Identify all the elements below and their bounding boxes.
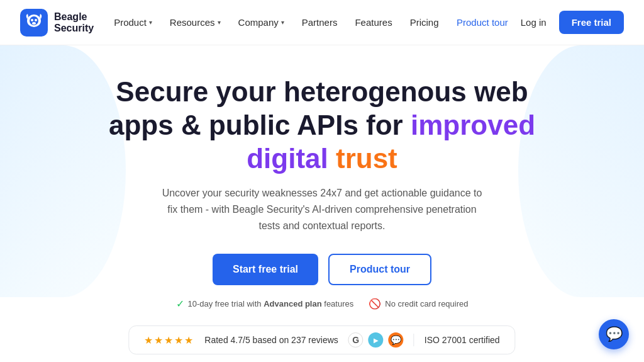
- nav-resources[interactable]: Resources ▾: [170, 17, 221, 28]
- svg-point-4: [35, 19, 37, 21]
- nav-partners-label: Partners: [302, 17, 338, 28]
- cta-buttons: Start free trial Product tour: [213, 254, 431, 285]
- nav-features[interactable]: Features: [355, 17, 392, 28]
- nav-links: Product ▾ Resources ▾ Company ▾ Partners…: [114, 17, 457, 28]
- google-icon: G: [348, 332, 364, 348]
- nav-resources-label: Resources: [170, 17, 215, 28]
- hero-subtitle: Uncover your security weaknesses 24x7 an…: [158, 185, 486, 234]
- trial-info: ✓ 10-day free trial with Advanced plan f…: [176, 298, 469, 310]
- nav-login-link[interactable]: Log in: [521, 17, 547, 28]
- no-cc-info: 🚫 No credit card required: [369, 298, 468, 310]
- nav-company[interactable]: Company ▾: [238, 17, 284, 28]
- nav-product-tour-link[interactable]: Product tour: [457, 17, 508, 28]
- bottom-bar: ★★★★★ Rated 4.7/5 based on 237 reviews G…: [128, 325, 515, 354]
- logo-link[interactable]: Beagle Security: [20, 9, 94, 37]
- rating-text: Rated 4.7/5 based on 237 reviews: [204, 335, 338, 345]
- start-trial-button[interactable]: Start free trial: [213, 254, 318, 285]
- hero-title-line2: apps & public APIs for: [109, 110, 403, 140]
- nav-pricing-label: Pricing: [410, 17, 439, 28]
- nav-free-trial-button[interactable]: Free trial: [559, 11, 624, 34]
- nav-pricing[interactable]: Pricing: [410, 17, 439, 28]
- trial-note-text: 10-day free trial with Advanced plan fea…: [188, 299, 354, 308]
- svg-point-3: [31, 19, 33, 21]
- no-cc-icon: 🚫: [369, 298, 381, 310]
- hero-title: Secure your heterogenous web apps & publ…: [109, 76, 535, 175]
- nav-product-chevron: ▾: [149, 19, 152, 26]
- no-cc-text: No credit card required: [385, 299, 468, 308]
- product-tour-button[interactable]: Product tour: [328, 254, 431, 285]
- social-icons: G ▶ 💬: [348, 332, 404, 348]
- nav-company-chevron: ▾: [281, 19, 284, 26]
- nav-features-label: Features: [355, 17, 392, 28]
- svg-point-5: [32, 22, 36, 25]
- nav-company-label: Company: [238, 17, 279, 28]
- capterra-icon: ▶: [369, 332, 384, 348]
- hero-title-improved: improved: [411, 110, 535, 140]
- chat-bubble-icon: 💬: [606, 326, 623, 342]
- nav-product[interactable]: Product ▾: [114, 17, 152, 28]
- iso-text: ISO 27001 certified: [425, 335, 500, 345]
- logo-beagle: Beagle: [54, 11, 94, 23]
- hero-title-line1: Secure your heterogenous web: [116, 76, 528, 107]
- bar-divider: [414, 334, 414, 346]
- nav-right: Product tour Log in Free trial: [457, 11, 624, 34]
- check-icon: ✓: [176, 298, 184, 310]
- nav-partners[interactable]: Partners: [302, 17, 338, 28]
- chat-bubble-button[interactable]: 💬: [599, 319, 629, 349]
- star-rating: ★★★★★: [144, 334, 194, 346]
- trial-plan-info: ✓ 10-day free trial with Advanced plan f…: [176, 298, 354, 310]
- logo-security: Security: [54, 23, 94, 34]
- hero-title-trust: trust: [336, 143, 397, 174]
- navbar: Beagle Security Product ▾ Resources ▾ Co…: [0, 0, 644, 45]
- logo-icon: [20, 9, 48, 37]
- hero-section: Secure your heterogenous web apps & publ…: [0, 45, 644, 322]
- nav-product-label: Product: [114, 17, 147, 28]
- hero-title-digital: digital: [247, 143, 328, 174]
- nav-resources-chevron: ▾: [218, 19, 221, 26]
- logo-text: Beagle Security: [54, 11, 94, 33]
- chat-review-icon: 💬: [389, 332, 404, 348]
